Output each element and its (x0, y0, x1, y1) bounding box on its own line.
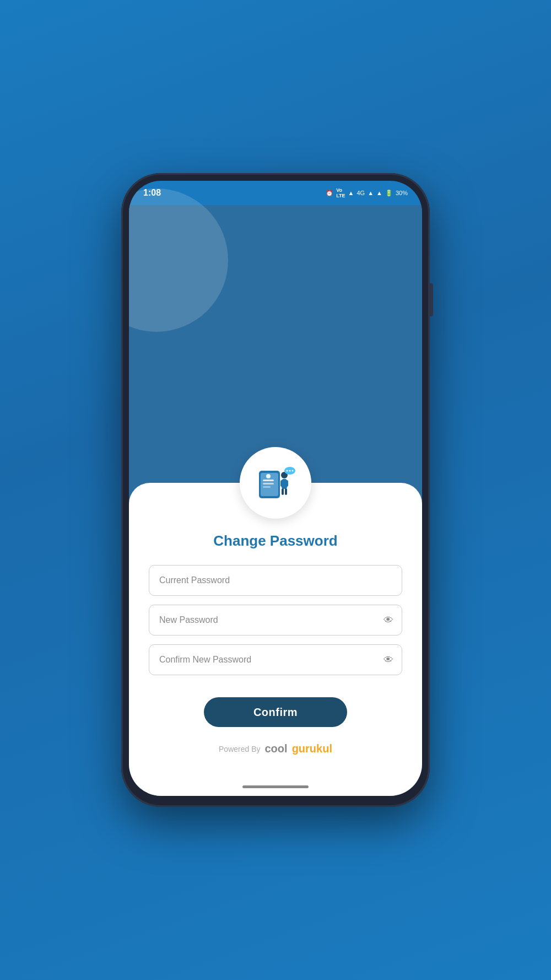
new-password-toggle-icon[interactable]: 👁 (383, 615, 393, 626)
svg-rect-11 (285, 488, 287, 495)
background-circle (129, 189, 228, 332)
svg-point-15 (292, 470, 294, 472)
current-password-group (149, 565, 402, 596)
svg-rect-10 (282, 488, 284, 495)
confirm-password-group: 👁 (149, 644, 402, 675)
illustration-icon (251, 459, 300, 507)
powered-by-label: Powered By (219, 745, 260, 753)
brand-gurukul: gurukul (292, 742, 332, 755)
volte-icon: VoLTE (336, 187, 345, 198)
wifi-icon: ▲ (348, 190, 354, 196)
svg-rect-9 (285, 480, 288, 487)
svg-rect-3 (263, 483, 274, 484)
bottom-bar (129, 777, 422, 796)
confirm-button[interactable]: Confirm (204, 697, 347, 727)
svg-point-14 (289, 470, 291, 472)
home-indicator (242, 785, 309, 788)
svg-point-13 (287, 470, 288, 472)
powered-by-footer: Powered By coolgurukul (219, 742, 332, 755)
card-wrapper: Change Password 👁 👁 (129, 447, 422, 796)
svg-rect-4 (263, 486, 271, 488)
alarm-icon: ⏰ (326, 190, 333, 197)
current-password-input[interactable] (149, 565, 402, 596)
svg-point-5 (266, 474, 271, 478)
battery-percent: 30% (396, 190, 408, 196)
svg-rect-2 (263, 480, 274, 481)
page-title: Change Password (213, 532, 337, 550)
avatar-circle (240, 447, 311, 519)
status-time: 1:08 (143, 188, 161, 198)
new-password-input[interactable] (149, 605, 402, 636)
status-icons: ⏰ VoLTE ▲ 4G ▲ ▲ 🔋 30% (326, 187, 408, 198)
signal-r-icon: ▲ (376, 190, 382, 196)
signal-4g-icon: 4G (357, 190, 365, 196)
signal-bars-icon: ▲ (368, 190, 374, 196)
status-bar: 1:08 ⏰ VoLTE ▲ 4G ▲ ▲ 🔋 30% (129, 181, 422, 205)
new-password-group: 👁 (149, 605, 402, 636)
confirm-password-input[interactable] (149, 644, 402, 675)
svg-rect-8 (280, 480, 283, 487)
confirm-password-toggle-icon[interactable]: 👁 (383, 654, 393, 666)
phone-frame: 1:08 ⏰ VoLTE ▲ 4G ▲ ▲ 🔋 30% (121, 173, 430, 807)
background-area: Change Password 👁 👁 (129, 205, 422, 796)
battery-icon: 🔋 (385, 190, 393, 197)
brand-cool: cool (265, 742, 288, 755)
phone-screen: 1:08 ⏰ VoLTE ▲ 4G ▲ ▲ 🔋 30% (129, 181, 422, 796)
change-password-card: Change Password 👁 👁 (129, 483, 422, 777)
